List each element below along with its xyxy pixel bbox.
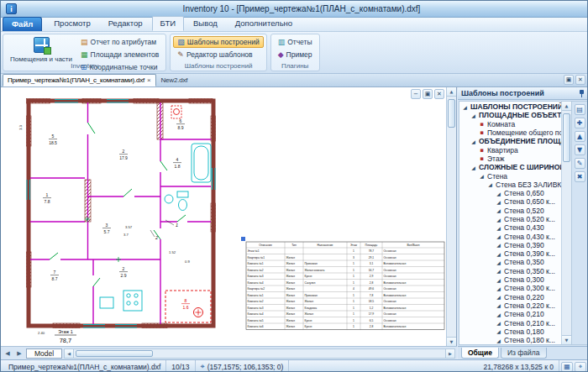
tree-item[interactable]: ◢Стена 0,180	[459, 327, 561, 336]
scroll-down-icon[interactable]: ▼	[447, 337, 456, 346]
vscroll-thumb[interactable]	[448, 99, 455, 128]
child-restore-icon[interactable]: ▣	[423, 89, 433, 99]
table-cell: 6,5	[370, 319, 374, 322]
table-cell: 78,7	[369, 249, 375, 253]
model-tab[interactable]: Model	[26, 348, 62, 359]
reports-button[interactable]: ▥Отчеты	[274, 36, 317, 48]
tree-item[interactable]: ▪Этаж	[459, 155, 561, 163]
tree-item[interactable]: ◢Стена 0,650 к...	[459, 197, 561, 206]
template-tree: ◢ШАБЛОНЫ ПОСТРОЕНИЙ◢ПЛОЩАДНЫЕ ОБЪЕКТЫ▪Ко…	[459, 102, 561, 344]
tree-item[interactable]: ◢Стена 0,390 к...	[459, 249, 561, 258]
tab-dopolnitelno[interactable]: Дополнительно	[227, 16, 301, 31]
element-areas-button[interactable]: ▦Площади элементов	[76, 49, 163, 60]
child-close-icon[interactable]: ✕	[434, 89, 444, 99]
table-cell: Жилая	[286, 325, 296, 328]
palette-edit-icon[interactable]: ✎	[575, 158, 585, 169]
table-cell: Жилая	[305, 312, 314, 316]
panel-scrollbar[interactable]: ▲ ▼	[561, 102, 571, 344]
tree-item[interactable]: ▪Комната	[459, 120, 561, 128]
ribbon-tab-bar: Файл Просмотр Редактор БТИ Вывод Дополни…	[1, 18, 587, 32]
tree-item[interactable]: ◢Стена БЕЗ ЗАЛИВКИ	[459, 181, 561, 189]
panel-title: Шаблоны построений	[461, 89, 577, 97]
scroll-up-icon[interactable]: ▲	[447, 87, 456, 97]
tree-item[interactable]: ◢Стена 0,180 к...	[459, 336, 561, 344]
panel-tab-iz-faila[interactable]: Из файла	[501, 348, 547, 359]
attr-report-button[interactable]: ▤Отчет по атрибутам	[76, 36, 163, 48]
tree-item[interactable]: ◢Стена	[459, 171, 561, 180]
tree-item-label: Стена 0,220	[504, 293, 544, 301]
doc-tab-new2[interactable]: New2.dxf	[156, 74, 193, 86]
rooms-and-parts-button[interactable]: Помещения и части	[6, 36, 76, 61]
tab-prosmotr[interactable]: Просмотр	[45, 16, 98, 31]
tree-item[interactable]: ◢Стена 0,300	[459, 275, 561, 284]
table-cell: Прихожая	[305, 262, 318, 265]
tree-item[interactable]: ◢Стена 0,520	[459, 207, 561, 215]
tree-item[interactable]: ▪Квартира	[459, 145, 561, 154]
doc-restore-icon[interactable]: ▣	[564, 75, 574, 85]
hscroll-thumb[interactable]	[76, 350, 153, 357]
tree-item[interactable]: ◢Стена 0,430 к...	[459, 232, 561, 240]
tree-item[interactable]: ◢Стена 0,210 к...	[459, 318, 561, 327]
table-cell: Вспомогательная	[384, 281, 407, 285]
tree-item[interactable]: ◢ШАБЛОНЫ ПОСТРОЕНИЙ	[459, 102, 561, 111]
layout-next-icon[interactable]: ▶	[14, 350, 24, 357]
scroll-left-icon[interactable]: ◀	[65, 349, 74, 358]
palette-delete-icon[interactable]: ✖	[575, 171, 585, 182]
tree-item[interactable]: ◢ОБЪЕДИНЕНИЕ ПЛОЩАД	[459, 137, 561, 145]
tab-redaktor[interactable]: Редактор	[100, 16, 151, 31]
panel-scroll-down-icon[interactable]: ▼	[562, 335, 571, 344]
canvas-horizontal-scrollbar[interactable]: ◀ ▶	[64, 348, 455, 359]
tab-vyvod[interactable]: Вывод	[185, 16, 226, 31]
template-editor-icon: ✎	[177, 51, 184, 59]
template-editor-button[interactable]: ✎Редактор шаблонов	[173, 49, 263, 60]
tree-expand-icon: ◢	[487, 181, 493, 187]
palette-list-icon[interactable]: ▤	[575, 104, 585, 115]
tree-item[interactable]: ◢Стена 0,350	[459, 258, 561, 266]
tree-item[interactable]: ◢Стена 0,210	[459, 310, 561, 318]
tree-item[interactable]: ◢Стена 0,650	[459, 189, 561, 197]
doc-tab-close-icon[interactable]: ×	[147, 76, 150, 84]
tree-item[interactable]: ◢Стена 0,390	[459, 241, 561, 249]
room-number: 1	[46, 192, 49, 197]
tree-item[interactable]: ◢Стена 0,430	[459, 223, 561, 232]
tree-item[interactable]: ◢Стена 0,220	[459, 293, 561, 301]
panel-scroll-up-icon[interactable]: ▲	[562, 102, 571, 111]
example-button[interactable]: ◆Пример	[274, 49, 317, 60]
table-cell: 1	[353, 281, 354, 285]
tree-item-label: Стена 0,650 к...	[504, 197, 555, 206]
file-menu-button[interactable]: Файл	[3, 17, 42, 31]
tree-item[interactable]: ◢Стена 0,300 к...	[459, 284, 561, 292]
snap-icon[interactable]: ⌖	[575, 362, 586, 372]
panel-tab-obshchie[interactable]: Общие	[461, 348, 499, 359]
doc-tab-active[interactable]: Пример_чертежа№1(ПЛАН_с_комнатами).dxf ×	[3, 74, 156, 86]
tree-leaf-icon: ▪	[479, 121, 485, 128]
room-number: 6	[180, 118, 182, 123]
tree-item[interactable]: ◢ПЛОЩАДНЫЕ ОБЪЕКТЫ	[459, 111, 561, 119]
grid-icon[interactable]: ▦	[561, 362, 573, 372]
tree-item[interactable]: ◢Стена 0,350 к...	[459, 267, 561, 275]
tree-item-label: Стена БЕЗ ЗАЛИВКИ	[496, 181, 561, 189]
doc-close-icon[interactable]: ✕	[575, 75, 585, 85]
tree-item-label: Стена 0,300 к...	[504, 284, 555, 292]
tab-bti[interactable]: БТИ	[152, 16, 184, 31]
construction-templates-button[interactable]: ▧Шаблоны построений	[173, 36, 263, 48]
tree-item[interactable]: ▪Помещение общего по	[459, 128, 561, 137]
panel-scroll-thumb[interactable]	[563, 113, 570, 162]
palette-add-icon[interactable]: ✚	[575, 118, 585, 128]
room-number: 5	[52, 134, 55, 139]
tree-item[interactable]: ◢Стена 0,220 к...	[459, 301, 561, 310]
layout-prev-icon[interactable]: ◀	[3, 350, 13, 357]
plan-windows	[27, 100, 215, 328]
plan-marker: 2	[155, 235, 158, 240]
pin-icon[interactable]	[577, 88, 585, 98]
palette-up-icon[interactable]: ▲	[575, 131, 585, 142]
palette-down-icon[interactable]: ▼	[575, 144, 585, 155]
child-minimize-icon[interactable]: −	[411, 89, 421, 99]
tree-item-label: ШАБЛОНЫ ПОСТРОЕНИЙ	[470, 102, 561, 111]
scroll-right-icon[interactable]: ▶	[445, 349, 454, 358]
drawing-canvas[interactable]: 518.5217.968.941.817.835.778.722.981.62.…	[1, 87, 457, 346]
plan-marker: 1	[176, 223, 178, 228]
tree-item[interactable]: ◢Стена 0,520 к...	[459, 215, 561, 223]
tree-item[interactable]: ◢СЛОЖНЫЕ С ШИРИНОЙ	[459, 163, 561, 171]
canvas-vertical-scrollbar[interactable]: ▲ ▼	[446, 87, 456, 346]
